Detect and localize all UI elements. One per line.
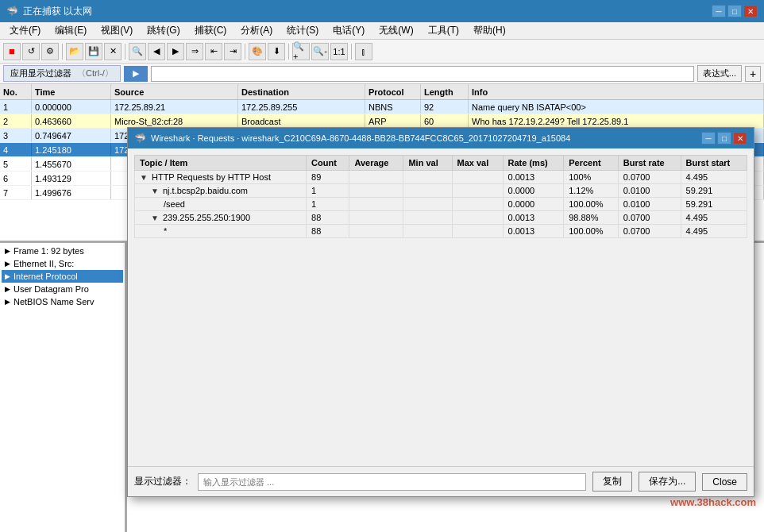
cell-no: 2 xyxy=(0,114,32,128)
resize-columns-button[interactable]: ⫿ xyxy=(355,43,372,60)
cell-topic: ▼ HTTP Requests by HTTP Host xyxy=(135,171,307,184)
go-to-last-button[interactable]: ⇥ xyxy=(224,43,241,60)
col-info: Info xyxy=(469,84,764,99)
menu-wireless[interactable]: 无线(W) xyxy=(372,22,419,39)
dialog-title: Wireshark · Requests · wireshark_C210C69… xyxy=(151,133,570,143)
save-button[interactable]: 保存为... xyxy=(639,472,696,492)
colorize-button[interactable]: 🎨 xyxy=(249,43,266,60)
dialog-maximize-button[interactable]: □ xyxy=(717,132,731,145)
find-packet-button[interactable]: 🔍 xyxy=(129,43,146,60)
dialog-minimize-button[interactable]: ─ xyxy=(701,132,716,145)
cell-count: 1 xyxy=(307,184,349,198)
detail-item-udp[interactable]: ▶ User Datagram Pro xyxy=(2,283,123,295)
cell-no: 1 xyxy=(0,100,32,114)
col-burst-rate: Burst rate xyxy=(618,156,681,171)
menu-capture[interactable]: 捕获(C) xyxy=(188,22,233,39)
toolbar-separator-4 xyxy=(288,44,289,60)
menu-telephony[interactable]: 电话(Y) xyxy=(326,22,371,39)
restart-capture-button[interactable]: ↺ xyxy=(22,43,40,60)
table-row[interactable]: 1 0.000000 172.25.89.21 172.25.89.255 NB… xyxy=(0,100,764,114)
toolbar: ■ ↺ ⚙ 📂 💾 ✕ 🔍 ◀ ▶ ⇒ ⇤ ⇥ 🎨 ⬇ 🔍+ 🔍- 1:1 ⫿ xyxy=(0,40,764,64)
col-percent: Percent xyxy=(564,156,619,171)
close-button[interactable]: ✕ xyxy=(743,5,758,17)
cell-len: 92 xyxy=(421,100,469,114)
dialog-filter-input[interactable] xyxy=(198,473,586,491)
save-button[interactable]: 💾 xyxy=(85,43,102,60)
go-to-packet-button[interactable]: ⇒ xyxy=(186,43,203,60)
cell-rate: 0.0000 xyxy=(503,184,564,198)
copy-button[interactable]: 复制 xyxy=(592,472,632,492)
cell-burst-start: 59.291 xyxy=(681,184,747,198)
zoom-in-button[interactable]: 🔍+ xyxy=(292,43,310,60)
detail-item-ip[interactable]: ▶ Internet Protocol xyxy=(2,270,123,283)
dialog-app-icon: 🦈 xyxy=(134,133,146,144)
list-item[interactable]: ▼ nj.t.bcsp2p.baidu.com 1 0.0000 1.12% 0… xyxy=(135,184,747,198)
menu-file[interactable]: 文件(F) xyxy=(3,22,47,39)
menu-view[interactable]: 视图(V) xyxy=(95,22,139,39)
close-dialog-button[interactable]: Close xyxy=(702,473,747,491)
list-item[interactable]: ▼ 239.255.255.250:1900 88 0.0013 98.88% … xyxy=(135,211,747,225)
cell-maxval xyxy=(452,171,503,184)
cell-average xyxy=(349,211,403,225)
menu-help[interactable]: 帮助(H) xyxy=(467,22,512,39)
dialog[interactable]: 🦈 Wireshark · Requests · wireshark_C210C… xyxy=(127,127,754,497)
menu-tools[interactable]: 工具(T) xyxy=(422,22,465,39)
menu-statistics[interactable]: 统计(S) xyxy=(280,22,325,39)
cell-burst-start: 4.495 xyxy=(681,211,747,225)
cell-count: 88 xyxy=(307,225,349,238)
list-item[interactable]: ▼ HTTP Requests by HTTP Host 89 0.0013 1… xyxy=(135,171,747,184)
autoscroll-button[interactable]: ⬇ xyxy=(268,43,285,60)
expand-icon: ▶ xyxy=(5,272,10,280)
stop-capture-button[interactable]: ■ xyxy=(3,43,21,60)
minimize-button[interactable]: ─ xyxy=(712,5,726,17)
detail-label: User Datagram Pro xyxy=(14,284,89,294)
col-rate: Rate (ms) xyxy=(503,156,564,171)
menu-analyze[interactable]: 分析(A) xyxy=(234,22,279,39)
cell-time: 1.493129 xyxy=(32,172,111,185)
capture-options-button[interactable]: ⚙ xyxy=(41,43,59,60)
cell-maxval xyxy=(452,184,503,198)
cell-time: 1.245180 xyxy=(32,143,111,156)
dialog-footer: 显示过滤器： 复制 保存为... Close xyxy=(128,466,754,496)
detail-panel: ▶ Frame 1: 92 bytes ▶ Ethernet II, Src: … xyxy=(0,243,127,532)
dialog-close-button[interactable]: ✕ xyxy=(733,132,747,145)
filter-input[interactable] xyxy=(151,66,694,82)
cell-src: Micro-St_82:cf:28 xyxy=(111,114,238,128)
app-icon: 🦈 xyxy=(6,6,18,17)
list-item[interactable]: * 88 0.0013 100.00% 0.0700 4.495 xyxy=(135,225,747,238)
detail-item-frame[interactable]: ▶ Frame 1: 92 bytes xyxy=(2,245,123,257)
open-button[interactable]: 📂 xyxy=(66,43,83,60)
expand-icon: ▶ xyxy=(5,298,10,306)
menu-goto[interactable]: 跳转(G) xyxy=(141,22,186,39)
detail-item-ethernet[interactable]: ▶ Ethernet II, Src: xyxy=(2,257,123,270)
filter-label: 应用显示过滤器 〈Ctrl-/〉 xyxy=(3,65,121,82)
zoom-out-button[interactable]: 🔍- xyxy=(311,43,329,60)
cell-src: 172.25.89.21 xyxy=(111,100,238,114)
expand-arrow-icon: ▼ xyxy=(151,187,159,195)
go-back-button[interactable]: ◀ xyxy=(148,43,165,60)
filter-add-button[interactable]: + xyxy=(745,66,761,82)
cell-average xyxy=(349,198,403,211)
maximize-button[interactable]: □ xyxy=(727,5,742,17)
go-forward-button[interactable]: ▶ xyxy=(167,43,184,60)
cell-burst-rate: 0.0700 xyxy=(618,211,681,225)
cell-average xyxy=(349,225,403,238)
dialog-table: Topic / Item Count Average Min val Max v… xyxy=(134,155,747,238)
cell-rate: 0.0000 xyxy=(503,198,564,211)
menu-edit[interactable]: 编辑(E) xyxy=(48,22,93,39)
close-capture-button[interactable]: ✕ xyxy=(104,43,122,60)
packet-list-header: No. Time Source Destination Protocol Len… xyxy=(0,84,764,100)
filter-label: 显示过滤器： xyxy=(134,475,191,488)
list-item[interactable]: /seed 1 0.0000 100.00% 0.0100 59.291 xyxy=(135,198,747,211)
detail-item-netbios[interactable]: ▶ NetBIOS Name Serv xyxy=(2,295,123,308)
go-to-first-button[interactable]: ⇤ xyxy=(205,43,222,60)
cell-minval xyxy=(403,225,452,238)
filter-expression-button[interactable]: 表达式... xyxy=(697,65,742,82)
cell-no: 5 xyxy=(0,157,32,171)
expand-icon: ▶ xyxy=(5,247,10,255)
cell-minval xyxy=(403,171,452,184)
zoom-normal-button[interactable]: 1:1 xyxy=(330,43,348,60)
cell-percent: 100.00% xyxy=(564,198,619,211)
filter-arrow-button[interactable]: ▶ xyxy=(124,66,148,82)
col-minval: Min val xyxy=(403,156,452,171)
